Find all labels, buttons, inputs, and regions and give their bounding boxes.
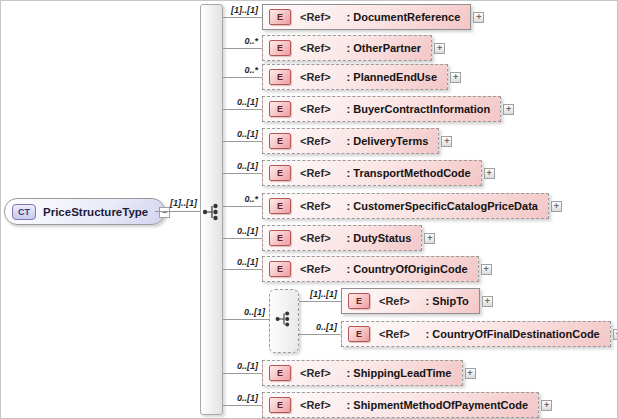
element-name: : DocumentReference <box>347 11 461 23</box>
expand-button[interactable]: + <box>482 296 493 307</box>
element-box-document-reference[interactable]: E <Ref> : DocumentReference + <box>262 4 471 30</box>
element-icon: E <box>348 293 370 309</box>
connector-line <box>223 269 262 270</box>
element-icon: E <box>269 9 291 25</box>
connector-line <box>223 373 262 374</box>
element-icon: E <box>269 397 291 413</box>
element-ref-label: <Ref> <box>300 399 331 411</box>
cardinality-label: 0..* <box>223 65 258 75</box>
sequence-icon <box>274 309 294 329</box>
element-icon: E <box>269 165 291 181</box>
element-ref-label: <Ref> <box>300 200 331 212</box>
expand-button[interactable]: + <box>541 400 552 411</box>
element-box-ship-to[interactable]: E <Ref> : ShipTo + <box>341 288 480 314</box>
cardinality-label: 0..[1] <box>223 393 258 403</box>
sequence-icon <box>201 201 223 223</box>
element-box-customer-specific-catalog-price-data[interactable]: E <Ref> : CustomerSpecificCatalogPriceDa… <box>262 193 549 219</box>
expand-button[interactable]: + <box>434 43 445 54</box>
element-ref-label: <Ref> <box>300 135 331 147</box>
element-box-buyer-contract-information[interactable]: E <Ref> : BuyerContractInformation + <box>262 96 501 122</box>
cardinality-label: [1]..[1] <box>299 289 337 299</box>
element-name: : CountryOfFinalDestinationCode <box>426 328 600 340</box>
element-icon: E <box>269 261 291 277</box>
element-name: : ShipmentMethodOfPaymentCode <box>347 399 529 411</box>
element-box-delivery-terms[interactable]: E <Ref> : DeliveryTerms + <box>262 128 439 154</box>
cardinality-label: 0..[1] <box>223 361 258 371</box>
element-name: : PlannedEndUse <box>347 71 437 83</box>
expand-button[interactable]: + <box>424 233 435 244</box>
expand-button[interactable]: + <box>503 104 514 115</box>
connector-line <box>223 48 262 49</box>
element-name: : CountryOfOriginCode <box>347 263 468 275</box>
element-icon: E <box>269 133 291 149</box>
cardinality-label: 0..[1] <box>223 161 258 171</box>
xsd-diagram: CT PriceStructureType − [1]..[1] [1]..[1… <box>0 0 618 419</box>
element-name: : OtherPartner <box>347 42 422 54</box>
element-box-other-partner[interactable]: E <Ref> : OtherPartner + <box>262 35 432 61</box>
cardinality-label: 0..[1] <box>223 257 258 267</box>
connector-line <box>223 173 262 174</box>
connector-line <box>223 319 269 320</box>
element-ref-label: <Ref> <box>300 263 331 275</box>
expand-button[interactable]: + <box>484 168 495 179</box>
element-ref-label: <Ref> <box>379 295 410 307</box>
cardinality-label: 0..[1] <box>223 307 265 317</box>
element-ref-label: <Ref> <box>300 232 331 244</box>
connector-line <box>223 238 262 239</box>
element-ref-label: <Ref> <box>300 103 331 115</box>
element-box-shipment-method-of-payment-code[interactable]: E <Ref> : ShipmentMethodOfPaymentCode + <box>262 392 539 418</box>
expand-button[interactable]: + <box>613 329 618 340</box>
connector-line <box>299 334 341 335</box>
expand-button[interactable]: + <box>465 368 476 379</box>
element-icon: E <box>348 326 370 342</box>
element-name: : ShipTo <box>426 295 469 307</box>
cardinality-label: 0..[1] <box>223 97 258 107</box>
element-ref-label: <Ref> <box>300 71 331 83</box>
element-icon: E <box>269 40 291 56</box>
connector-line <box>299 301 341 302</box>
element-icon: E <box>269 365 291 381</box>
cardinality-label: 0..* <box>223 36 258 46</box>
element-box-country-of-origin-code[interactable]: E <Ref> : CountryOfOriginCode + <box>262 256 479 282</box>
connector-line <box>223 109 262 110</box>
expand-button[interactable]: + <box>551 201 562 212</box>
cardinality-label: [1]..[1] <box>223 5 258 15</box>
element-name: : TransportMethodCode <box>347 167 471 179</box>
element-ref-label: <Ref> <box>300 42 331 54</box>
element-name: : DeliveryTerms <box>347 135 429 147</box>
element-icon: E <box>269 101 291 117</box>
element-ref-label: <Ref> <box>300 167 331 179</box>
expand-button[interactable]: + <box>481 264 492 275</box>
element-ref-label: <Ref> <box>300 11 331 23</box>
expand-button[interactable]: + <box>473 12 484 23</box>
element-ref-label: <Ref> <box>300 367 331 379</box>
connector-line <box>223 206 262 207</box>
element-name: : DutyStatus <box>347 232 412 244</box>
element-icon: E <box>269 198 291 214</box>
expand-button[interactable]: + <box>441 136 452 147</box>
connector-line <box>223 77 262 78</box>
element-box-shipping-lead-time[interactable]: E <Ref> : ShippingLeadTime + <box>262 360 463 386</box>
connector-line <box>223 141 262 142</box>
cardinality-label: 0..[1] <box>223 129 258 139</box>
cardinality-label: 0..* <box>223 194 258 204</box>
element-icon: E <box>269 230 291 246</box>
connector-line <box>155 211 200 212</box>
connector-line <box>223 405 262 406</box>
element-box-duty-status[interactable]: E <Ref> : DutyStatus + <box>262 225 422 251</box>
element-ref-label: <Ref> <box>379 328 410 340</box>
element-name: : BuyerContractInformation <box>347 103 491 115</box>
element-name: : CustomerSpecificCatalogPriceData <box>347 200 538 212</box>
expand-button[interactable]: + <box>450 72 461 83</box>
element-box-country-of-final-destination-code[interactable]: E <Ref> : CountryOfFinalDestinationCode … <box>341 321 611 347</box>
cardinality-label: [1]..[1] <box>153 198 197 208</box>
element-box-transport-method-code[interactable]: E <Ref> : TransportMethodCode + <box>262 160 482 186</box>
element-box-planned-end-use[interactable]: E <Ref> : PlannedEndUse + <box>262 64 448 90</box>
connector-line <box>223 17 262 18</box>
collapse-button[interactable]: − <box>159 207 170 218</box>
element-name: : ShippingLeadTime <box>347 367 452 379</box>
complex-type-icon: CT <box>12 204 36 220</box>
cardinality-label: 0..[1] <box>299 322 337 332</box>
cardinality-label: 0..[1] <box>223 226 258 236</box>
complex-type-box[interactable]: CT PriceStructureType − <box>4 198 165 225</box>
